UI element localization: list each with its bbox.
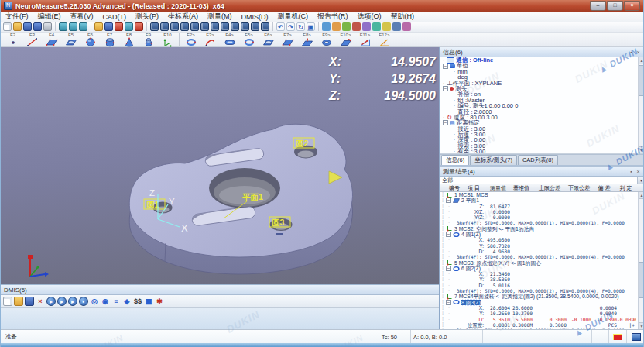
collapse-icon[interactable]: − xyxy=(443,64,448,69)
collapse-icon[interactable]: − xyxy=(446,198,451,203)
result-form-row[interactable]: ┆·3Ref(4F): STD=0.0000, MAX=0.0000(2), M… xyxy=(440,288,644,294)
dmis-program-area[interactable] xyxy=(1,308,439,329)
3d-viewport[interactable]: 圆1 圆2 圆3 平面1 Z Y X xyxy=(1,47,439,284)
measure-sphere-button[interactable]: F6 xyxy=(80,33,100,47)
menu-item-5[interactable]: 测头(P) xyxy=(131,12,163,22)
measure-stepped-cylinder-button[interactable]: F9 xyxy=(139,33,158,47)
add-point-icon[interactable] xyxy=(332,22,341,31)
menu-item-12[interactable]: 帮助(H) xyxy=(386,12,420,22)
dmis-currency-icon[interactable]: $$ xyxy=(133,297,142,306)
collapse-icon[interactable]: − xyxy=(443,120,448,125)
title-bar[interactable]: N NeuroMeasure5.28.030 Advanced - (Relea… xyxy=(1,0,644,12)
panel-close-icon[interactable]: × xyxy=(635,50,642,55)
dmis-panel-header[interactable]: DMIS(5) xyxy=(1,285,439,295)
collapse-icon[interactable]: − xyxy=(446,266,451,271)
capture-icon[interactable]: ▣ xyxy=(307,22,315,31)
dmis-settings-icon[interactable]: ✱ xyxy=(155,297,164,306)
result-value-row[interactable]: ┆·Y/Z:0.0000 xyxy=(440,215,644,220)
plane1-label[interactable]: 平面1 xyxy=(242,192,263,201)
close-button[interactable] xyxy=(624,1,640,11)
measure-circle-button[interactable]: F5 xyxy=(61,33,80,47)
dmis-goto-icon[interactable]: ◎ xyxy=(90,297,99,306)
info-tree-item[interactable]: −单位 xyxy=(440,63,644,68)
panel-close-icon[interactable]: × xyxy=(635,169,642,174)
result-value-row[interactable]: ┆·Y:10.266010.2700-0.0040 xyxy=(440,311,644,316)
circle2-label[interactable]: 圆2 xyxy=(296,139,309,148)
scrollbar-thumb[interactable] xyxy=(639,262,644,298)
open-file-icon[interactable] xyxy=(13,22,22,31)
collapse-icon[interactable]: − xyxy=(446,300,451,305)
machine-status-icon[interactable] xyxy=(626,330,644,344)
measure-point-button[interactable]: F2 xyxy=(3,33,22,47)
construct-torus-button[interactable]: F9> xyxy=(317,33,336,47)
dmis-run-select-icon[interactable]: ▸ xyxy=(57,297,67,306)
result-feature-row[interactable]: ┆5 MCS3: 原点指定(X,Y) <- 圆1的圆心 xyxy=(440,260,644,266)
measure-plane-button[interactable]: F4 xyxy=(42,33,61,47)
construct-slot-button[interactable]: F4> xyxy=(220,33,239,47)
rotate-tool-icon[interactable] xyxy=(372,22,381,31)
edit-point-icon[interactable] xyxy=(352,22,361,31)
result-feature-row[interactable]: ┆1 MCS1: MCS xyxy=(440,192,644,198)
view-top-icon[interactable] xyxy=(200,22,209,31)
tab-csys-probe[interactable]: 坐标系/测头(7) xyxy=(470,155,517,165)
print-icon[interactable] xyxy=(43,22,52,31)
dmis-search-icon[interactable]: ◉ xyxy=(101,297,110,306)
dmis-run-all-icon[interactable]: ▸ xyxy=(46,297,56,306)
view-bottom-icon[interactable] xyxy=(211,22,219,31)
new-file-icon[interactable] xyxy=(3,22,12,31)
info-tree-item[interactable]: ·工作平面 : XYPLANE xyxy=(440,81,644,86)
language-flag-icon[interactable] xyxy=(608,330,626,344)
dmis-list-icon[interactable]: ≡ xyxy=(111,297,121,306)
result-value-row[interactable]: ┆·D:5.36105.50000.3000-0.1000-0.1390-0.0… xyxy=(440,317,644,322)
info-tree[interactable]: ·通信 : Off-line−单位·mm·deg·工作平面 : XYPLANE−… xyxy=(440,57,644,154)
result-feature-row[interactable]: ┆3 MCS2: 空间整列 <- 平面1的法向 xyxy=(440,226,644,232)
menu-item-8[interactable]: DMIS(D) xyxy=(237,13,273,21)
maximize-button[interactable] xyxy=(607,1,623,11)
menu-item-7[interactable]: 测量(M) xyxy=(203,12,237,22)
result-value-row[interactable]: ┆·D:5.0116 xyxy=(440,283,644,288)
select-tool-icon[interactable] xyxy=(322,22,331,31)
view-zoom-in-icon[interactable] xyxy=(251,22,259,31)
result-value-row[interactable]: ┆·X/Z:0.0000 xyxy=(440,209,644,215)
probe-calibrate-icon[interactable] xyxy=(69,22,77,31)
scroll-up-icon[interactable]: ▲ xyxy=(639,192,644,199)
probe-manager-icon[interactable] xyxy=(59,22,67,31)
result-value-row[interactable]: ┆·X:28.600428.60000.0004 xyxy=(440,305,644,311)
redo-icon[interactable]: ↷ xyxy=(286,22,295,31)
view-back-icon[interactable] xyxy=(170,22,179,31)
info-panel-header[interactable]: 信息(6) ▪ × xyxy=(440,47,644,57)
result-feature-row[interactable]: ┆−8 圆3(Z) xyxy=(440,300,644,305)
result-value-row[interactable]: ┆·Y:580.7320 xyxy=(440,243,644,249)
result-feature-row[interactable]: ┆−6 圆2(Z) xyxy=(440,266,644,271)
measure-cylinder-button[interactable]: F7 xyxy=(100,33,119,47)
run-program-icon[interactable] xyxy=(115,22,123,31)
probe-change-icon[interactable] xyxy=(79,22,87,31)
result-feature-row[interactable]: ┆7 MCS4平面旋转 <- 距离指定(圆2) (21.3500, 38.540… xyxy=(440,294,644,299)
save-program-icon[interactable] xyxy=(104,22,113,31)
dmis-delete-icon[interactable]: × xyxy=(36,297,45,306)
view-pan-icon[interactable] xyxy=(241,22,249,31)
view-right-icon[interactable] xyxy=(190,22,199,31)
view-iso-icon[interactable] xyxy=(221,22,229,31)
stop-program-icon[interactable] xyxy=(135,22,143,31)
view-zoom-out-icon[interactable] xyxy=(261,22,269,31)
menu-item-1[interactable]: 文件(F) xyxy=(1,12,33,22)
result-form-row[interactable]: ┆·3Ref(4F): STD=0.0000, MAX=0.0000(1), M… xyxy=(440,220,644,225)
results-table-body[interactable]: ┆1 MCS1: MCS┆−2 平面1┆·Z:81.6477┆·X/Z:0.00… xyxy=(440,192,644,329)
result-value-row[interactable]: ┆·Y:38.5360 xyxy=(440,277,644,282)
open-program-icon[interactable] xyxy=(94,22,103,31)
undo-icon[interactable]: ↶ xyxy=(276,22,285,31)
label-tool-icon[interactable] xyxy=(392,22,401,31)
construct-circle-button[interactable]: F2> xyxy=(181,33,200,47)
step-program-icon[interactable] xyxy=(125,22,133,31)
dmis-open-icon[interactable] xyxy=(14,297,23,306)
circle1-label[interactable]: 圆1 xyxy=(146,200,159,209)
menu-item-10[interactable]: 报告书(R) xyxy=(313,12,353,22)
tab-info[interactable]: 信息(6) xyxy=(441,155,469,165)
collapse-icon[interactable]: − xyxy=(443,86,448,91)
result-value-row[interactable]: ┆·位置度:0.00810.3000M0.3000PCS|+ xyxy=(440,322,644,328)
save-file-icon[interactable] xyxy=(23,22,32,31)
align-tool-icon[interactable] xyxy=(382,22,391,31)
rotation-plane-button[interactable]: F10> xyxy=(336,33,355,47)
info-tree-item[interactable]: ·mm xyxy=(440,69,644,74)
